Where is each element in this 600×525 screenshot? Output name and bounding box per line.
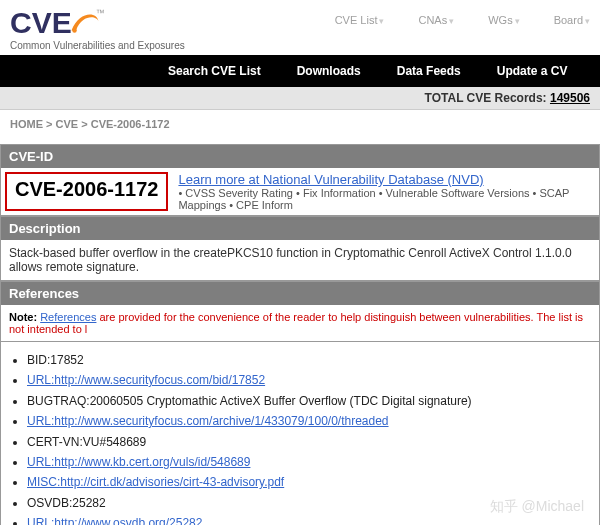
reference-item: MISC:http://cirt.dk/advisories/cirt-43-a… (27, 472, 591, 492)
logo-tagline: Common Vulnerabilities and Exposures (10, 40, 185, 51)
header-row: CVE ™ Common Vulnerabilities and Exposur… (0, 0, 600, 55)
reference-link[interactable]: MISC:http://cirt.dk/advisories/cirt-43-a… (27, 475, 284, 489)
crumb-cve[interactable]: CVE (56, 118, 79, 130)
nvd-meta: • CVSS Severity Rating • Fix Information… (178, 187, 569, 211)
action-search[interactable]: Search CVE List (150, 61, 279, 81)
cveid-row: CVE-2006-1172 Learn more at National Vul… (0, 168, 600, 216)
top-nav: CVE List CNAs WGs Board (335, 8, 590, 26)
action-downloads[interactable]: Downloads (279, 61, 379, 81)
section-description: Description (0, 216, 600, 240)
action-bar: Search CVE List Downloads Data Feeds Upd… (0, 55, 600, 87)
action-feeds[interactable]: Data Feeds (379, 61, 479, 81)
logo-text: CVE (10, 8, 72, 38)
note-rest: are provided for the convenience of the … (9, 311, 583, 335)
reference-link[interactable]: URL:http://www.securityfocus.com/bid/178… (27, 373, 265, 387)
reference-item: CERT-VN:VU#548689 (27, 432, 591, 452)
reference-item: BID:17852 (27, 350, 591, 370)
description-text: Stack-based buffer overflow in the creat… (0, 240, 600, 281)
totals-row: TOTAL CVE Records: 149506 (0, 87, 600, 110)
nav-wgs[interactable]: WGs (488, 14, 519, 26)
action-update[interactable]: Update a CV (479, 61, 586, 81)
note-bold: Note: (9, 311, 37, 323)
totals-count-link[interactable]: 149506 (550, 91, 590, 105)
svg-point-0 (72, 28, 77, 33)
reference-item: BUGTRAQ:20060505 Cryptomathic ActiveX Bu… (27, 391, 591, 411)
reference-item: URL:http://www.kb.cert.org/vuls/id/54868… (27, 452, 591, 472)
logo-swoosh-icon (70, 8, 100, 38)
nav-cve-list[interactable]: CVE List (335, 14, 385, 26)
section-cveid: CVE-ID (0, 144, 600, 168)
nav-cnas[interactable]: CNAs (418, 14, 454, 26)
section-references: References (0, 281, 600, 305)
reference-link[interactable]: URL:http://www.kb.cert.org/vuls/id/54868… (27, 455, 250, 469)
breadcrumb: HOME > CVE > CVE-2006-1172 (0, 110, 600, 144)
reference-item: URL:http://www.securityfocus.com/archive… (27, 411, 591, 431)
reference-link[interactable]: URL:http://www.osvdb.org/25282 (27, 516, 202, 525)
totals-label: TOTAL CVE Records: (425, 91, 547, 105)
note-link[interactable]: References (40, 311, 96, 323)
reference-item: URL:http://www.securityfocus.com/bid/178… (27, 370, 591, 390)
crumb-leaf: CVE-2006-1172 (91, 118, 170, 130)
watermark: 知乎 @Michael (490, 498, 584, 516)
references-note: Note: References are provided for the co… (0, 305, 600, 342)
logo[interactable]: CVE ™ Common Vulnerabilities and Exposur… (10, 8, 185, 51)
reference-link[interactable]: URL:http://www.securityfocus.com/archive… (27, 414, 389, 428)
cve-id-value: CVE-2006-1172 (5, 172, 168, 211)
nvd-link[interactable]: Learn more at National Vulnerability Dat… (178, 172, 483, 187)
crumb-home[interactable]: HOME (10, 118, 43, 130)
nav-board[interactable]: Board (554, 14, 590, 26)
